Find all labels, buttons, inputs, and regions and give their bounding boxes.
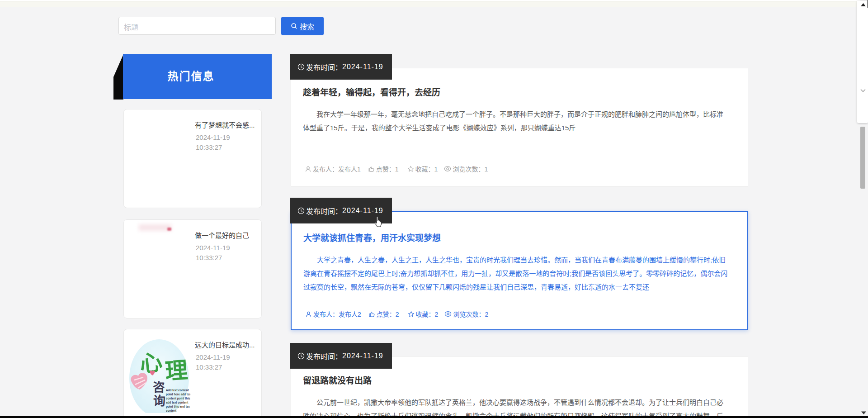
svg-text:理: 理 [164,357,189,384]
svg-text:content: content [166,409,177,412]
svg-text:point this and tex: point this and tex [166,405,190,408]
svg-text:add text content: add text content [166,401,189,404]
svg-text:询: 询 [153,394,165,408]
svg-text:point here add text: point here add text [166,393,190,396]
svg-text:Add text content: Add text content [166,389,189,392]
svg-text:content point this: content point this [166,397,190,400]
svg-text:咨: 咨 [153,381,165,394]
